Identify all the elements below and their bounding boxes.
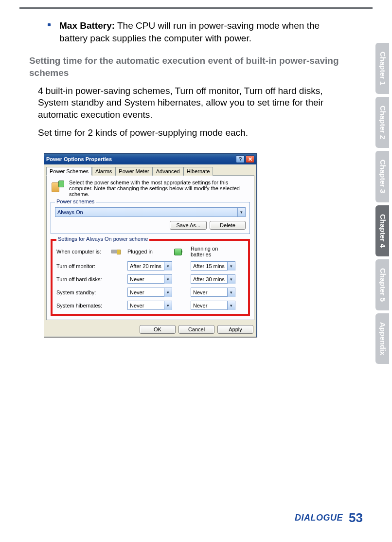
ok-button[interactable]: OK [140,325,176,334]
settings-legend: Settings for Always On power scheme [56,236,149,242]
apply-button[interactable]: Apply [217,325,253,334]
row-label: System standby: [56,289,110,295]
side-tab-chapter-5[interactable]: Chapter 5 [375,259,389,310]
side-tab-appendix[interactable]: Appendix [375,313,389,364]
panel-description-row: Select the power scheme with the most ap… [51,180,250,197]
chevron-down-icon: ▾ [164,301,172,310]
tab-panel: Select the power scheme with the most ap… [46,175,254,320]
select-value: Never [130,303,144,308]
delete-button[interactable]: Delete [210,221,246,230]
page-number: 53 [349,510,363,525]
power-schemes-legend: Power schemes [55,199,96,204]
power-icon [51,180,65,194]
select-value: Never [130,276,144,282]
side-tab-chapter-1[interactable]: Chapter 1 [375,43,389,94]
bullet-item: Max Battery: The CPU will run in power-s… [29,19,350,44]
side-tabs: Chapter 1 Chapter 2 Chapter 3 Chapter 4 … [375,43,389,364]
cancel-button[interactable]: Cancel [178,325,214,334]
side-tab-chapter-4[interactable]: Chapter 4 [375,205,389,256]
standby-battery-select[interactable]: Never▾ [191,288,235,297]
standby-plugged-select[interactable]: Never▾ [127,288,172,297]
tab-hibernate[interactable]: Hibernate [183,167,214,176]
power-scheme-select[interactable]: Always On ▾ [55,207,246,217]
chevron-down-icon: ▾ [164,275,172,284]
select-value: Never [193,289,207,295]
brand-logo: DIALOGUE [295,513,343,523]
close-button[interactable]: ✕ [246,155,254,163]
tab-advanced[interactable]: Advanced [153,167,183,176]
paragraph-2: Set time for 2 kinds of power-supplying … [38,127,350,139]
turn-off-monitor-battery-select[interactable]: After 15 mins▾ [191,261,235,271]
settings-grid: When computer is: Plugged in Running on … [56,246,244,310]
chevron-down-icon: ▾ [227,288,235,297]
turn-off-hdd-battery-select[interactable]: After 30 mins▾ [191,274,235,284]
bullet-title: Max Battery: [59,20,115,31]
turn-off-monitor-plugged-select[interactable]: After 20 mins▾ [127,261,172,271]
dialog-titlebar[interactable]: Power Options Properties ? ✕ [44,154,256,164]
chevron-down-icon: ▾ [227,275,235,284]
settings-fieldset: Settings for Always On power scheme When… [51,239,250,316]
chevron-down-icon: ▾ [164,288,172,297]
page-content: Max Battery: The CPU will run in power-s… [29,19,350,337]
dialog-title: Power Options Properties [46,156,112,162]
select-value: Never [130,289,144,295]
panel-description: Select the power scheme with the most ap… [69,180,250,197]
bullet-text: Max Battery: The CPU will run in power-s… [59,19,350,44]
header-label: When computer is: [56,249,110,254]
dialog-footer: OK Cancel Apply [44,322,256,337]
power-scheme-value: Always On [57,209,83,215]
tab-power-schemes[interactable]: Power Schemes [46,167,92,176]
hibernate-plugged-select[interactable]: Never▾ [127,301,172,310]
chevron-down-icon: ▾ [227,301,235,310]
plug-icon [110,247,122,256]
page-footer: DIALOGUE 53 [295,510,363,525]
battery-icon [173,247,185,256]
dialog-tabbar: Power Schemes Alarms Power Meter Advance… [44,164,256,175]
select-value: After 20 mins [130,263,161,269]
help-button[interactable]: ? [236,155,245,163]
hibernate-battery-select[interactable]: Never▾ [191,301,235,310]
save-as-button[interactable]: Save As... [170,221,207,230]
tab-alarms[interactable]: Alarms [92,167,115,176]
chevron-down-icon: ▾ [164,262,172,271]
section-heading: Setting time for the automatic execution… [29,55,350,79]
top-rule [19,7,373,9]
side-tab-chapter-3[interactable]: Chapter 3 [375,151,389,202]
power-schemes-fieldset: Power schemes Always On ▾ Save As... Del… [51,202,250,234]
bullet-icon [48,23,51,26]
power-options-dialog: Power Options Properties ? ✕ Power Schem… [44,153,257,337]
select-value: After 15 mins [193,263,225,269]
turn-off-hdd-plugged-select[interactable]: Never▾ [127,274,172,284]
tab-power-meter[interactable]: Power Meter [115,167,152,176]
row-label: System hibernates: [56,303,110,308]
select-value: Never [193,303,207,308]
row-label: Turn off monitor: [56,263,110,269]
col1-header: Plugged in [127,249,166,254]
row-label: Turn off hard disks: [56,276,110,282]
paragraph-1: 4 built-in power-saving schemes, Turn of… [38,85,350,121]
chevron-down-icon: ▾ [227,262,235,271]
select-value: After 30 mins [193,276,225,282]
col2-header: Running on batteries [191,246,232,257]
chevron-down-icon: ▾ [237,208,245,217]
side-tab-chapter-2[interactable]: Chapter 2 [375,97,389,148]
